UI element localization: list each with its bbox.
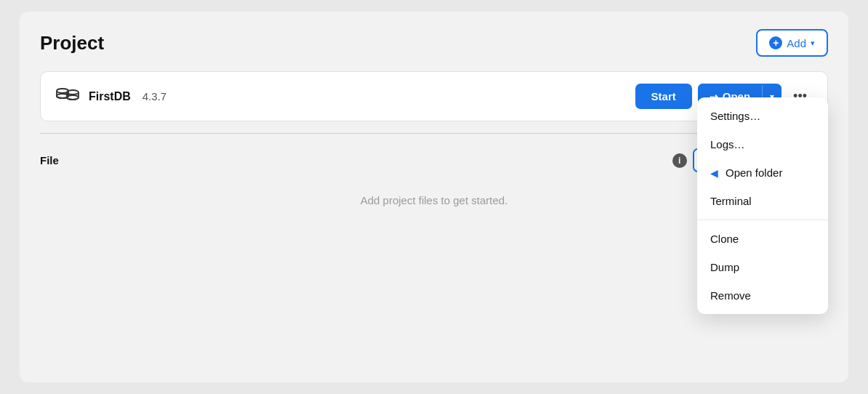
svg-point-3 [67,95,79,100]
start-button[interactable]: Start [635,84,692,109]
clone-label: Clone [710,233,739,245]
add-button-label: Add [787,37,806,49]
dropdown-item-terminal[interactable]: Terminal [697,187,828,215]
open-folder-label: Open folder [726,166,782,179]
add-button[interactable]: + Add ▾ [756,29,828,57]
dropdown-item-remove[interactable]: Remove [697,281,828,310]
database-icon [55,87,81,107]
db-info: FirstDB 4.3.7 [55,87,166,107]
dropdown-item-clone[interactable]: Clone [697,225,828,253]
terminal-label: Terminal [710,195,752,207]
app-container: Project + Add ▾ FirstDB 4.3.7 [20,12,848,382]
remove-label: Remove [710,289,751,302]
chevron-down-icon: ▾ [811,39,815,48]
logs-label: Logs… [710,138,745,150]
dropdown-menu: Settings… Logs… ◀ Open folder Terminal C… [697,97,828,314]
dropdown-item-logs[interactable]: Logs… [697,130,828,158]
plus-icon: + [769,36,782,49]
dropdown-group-1: Settings… Logs… ◀ Open folder Terminal [697,97,828,220]
dump-label: Dump [710,261,739,273]
check-icon: ◀ [710,167,718,179]
db-version: 4.3.7 [142,90,166,102]
info-icon[interactable]: i [672,153,687,168]
file-label: File [40,154,59,166]
dropdown-item-dump[interactable]: Dump [697,253,828,281]
page-title: Project [40,32,104,55]
dropdown-item-settings[interactable]: Settings… [697,102,828,130]
dropdown-item-open-folder[interactable]: ◀ Open folder [697,158,828,187]
dropdown-group-2: Clone Dump Remove [697,220,828,314]
db-name: FirstDB [89,90,131,103]
header: Project + Add ▾ [40,29,828,57]
settings-label: Settings… [710,110,760,122]
